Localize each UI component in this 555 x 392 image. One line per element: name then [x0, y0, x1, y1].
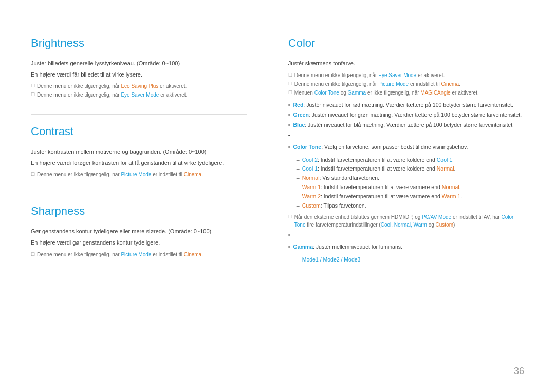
bullet-blue: Blue: Justér niveauet for blå mætning. V…	[288, 121, 524, 129]
brightness-para-2: En højere værdi får billedet til at virk…	[31, 70, 247, 80]
bullet-color-tone: • Color Tone: Vælg en farvetone, som pas…	[288, 131, 524, 211]
cinema-link-1: Cinema	[184, 172, 201, 177]
gamma-modes: Mode1 / Mode2 / Mode3	[297, 255, 361, 264]
color-tone-sub-list: Cool 2: Indstil farvetemperaturen til at…	[297, 156, 462, 211]
sharpness-para-2: En højere værdi gør genstandens kontur t…	[31, 238, 247, 248]
color-intro: Justér skærmens tonfarve.	[288, 59, 524, 68]
brightness-title: Brightness	[31, 36, 247, 50]
warm1-ref: Warm 1	[442, 193, 460, 199]
sharpness-title: Sharpness	[31, 204, 247, 218]
contrast-para-1: Juster kontrasten mellem motiverne og ba…	[31, 147, 247, 157]
color-notes: Denne menu er ikke tilgængelig, når Eye …	[288, 71, 524, 97]
brightness-note-2-text: Denne menu er ikke tilgængelig, når Eye …	[37, 91, 187, 99]
color-note-2: Denne menu er ikke tilgængelig, når Pict…	[288, 80, 524, 88]
warm1-key: Warm 1	[302, 184, 321, 190]
cool1-key: Cool 1	[302, 165, 318, 172]
cool-options: Cool, Normal, Warm	[381, 222, 427, 228]
picture-mode-link-1: Picture Mode	[121, 172, 151, 177]
magic-angle-link: MAGICAngle	[420, 90, 450, 96]
sub-custom: Custom: Tilpas farvetonen.	[297, 201, 462, 210]
bullet-gamma: • Gamma: Justér mellemniveauet for lumin…	[288, 231, 524, 265]
sharpness-para-1: Gør genstandens kontur tydeligere eller …	[31, 227, 247, 236]
color-tone-link: Color Tone	[314, 90, 339, 96]
sub-warm1: Warm 1: Indstil farvetemperaturen til at…	[297, 183, 462, 192]
normal-key: Normal	[302, 175, 320, 181]
sub-cool1: Cool 1: Indstil farvetemperaturen til at…	[297, 164, 462, 173]
gamma-modes-text: Mode1 / Mode2 / Mode3	[302, 255, 361, 264]
pc-av-mode-link: PC/AV Mode	[422, 214, 451, 220]
divider-2	[31, 194, 247, 194]
green-key: Green	[293, 111, 308, 118]
sub-normal: Normal: Vis standardfarvetonen.	[297, 174, 462, 182]
bullet-red: Red: Justér niveauet for rød mætning. Væ…	[288, 101, 524, 109]
brightness-note-2: Denne menu er ikke tilgængelig, når Eye …	[31, 91, 247, 99]
sub-cool2: Cool 2: Indstil farvetemperaturen til at…	[297, 156, 462, 164]
right-column: Color Justér skærmens tonfarve. Denne me…	[268, 26, 524, 371]
brightness-note-1-text: Denne menu er ikke tilgængelig, når Eco …	[37, 82, 187, 90]
eye-saver-link: Eye Saver Mode	[378, 72, 416, 78]
custom-key: Custom	[302, 202, 321, 209]
gamma-link: Gamma	[348, 90, 366, 96]
blue-key: Blue	[293, 122, 305, 128]
picture-mode-link-2: Picture Mode	[121, 252, 151, 257]
brightness-section: Brightness Juster billedets generelle ly…	[31, 36, 247, 99]
brightness-para-1: Juster billedets generelle lysstyrkenive…	[31, 59, 247, 68]
sharpness-note-1-text: Denne menu er ikke tilgængelig, når Pict…	[37, 251, 203, 258]
hdmi-note: Når den eksterne enhed tilsluttes gennem…	[288, 213, 524, 229]
eye-saver-mode-link-1: Eye Saver Mode	[121, 92, 159, 98]
page: Brightness Juster billedets generelle ly…	[0, 0, 555, 392]
warm2-key: Warm 2	[302, 193, 321, 199]
sharpness-note-1: Denne menu er ikke tilgængelig, når Pict…	[31, 251, 247, 258]
cinema-link-2: Cinema	[184, 252, 201, 257]
normal-ref-1: Normal	[437, 165, 454, 172]
contrast-section: Contrast Juster kontrasten mellem motive…	[31, 125, 247, 178]
bullet-green: Green: Justér niveauet for grøn mætning.…	[288, 110, 524, 119]
color-note-3: Menuen Color Tone og Gamma er ikke tilgæ…	[288, 89, 524, 97]
custom-option: Custom	[436, 222, 453, 228]
gamma-sub-list: Mode1 / Mode2 / Mode3	[297, 255, 361, 265]
divider-1	[31, 114, 247, 115]
color-tone-key: Color Tone	[293, 144, 321, 150]
normal-ref-2: Normal	[442, 184, 459, 190]
color-title: Color	[288, 36, 524, 50]
sub-warm2: Warm 2: Indstil farvetemperaturen til at…	[297, 192, 462, 201]
contrast-note-1-text: Denne menu er ikke tilgængelig, når Pict…	[37, 171, 203, 178]
left-column: Brightness Juster billedets generelle ly…	[31, 26, 268, 371]
gamma-bullet-list: • Gamma: Justér mellemniveauet for lumin…	[288, 231, 524, 265]
sharpness-section: Sharpness Gør genstandens kontur tydelig…	[31, 204, 247, 258]
eco-saving-plus-link: Eco Saving Plus	[121, 83, 158, 89]
contrast-title: Contrast	[31, 125, 247, 138]
gamma-key: Gamma	[293, 244, 313, 250]
color-bullet-list: Red: Justér niveauet for rød mætning. Væ…	[288, 101, 524, 212]
red-key: Red	[293, 102, 303, 108]
cinema-link-3: Cinema	[441, 81, 459, 87]
contrast-para-2: En højere værdi forøger kontrasten for a…	[31, 159, 247, 168]
cool2-key: Cool 2	[302, 157, 318, 163]
page-number: 36	[514, 366, 524, 377]
contrast-note-1: Denne menu er ikke tilgængelig, når Pict…	[31, 171, 247, 178]
brightness-note-1: Denne menu er ikke tilgængelig, når Eco …	[31, 82, 247, 90]
picture-mode-link-3: Picture Mode	[378, 81, 409, 87]
cool1-ref: Cool 1	[437, 157, 452, 163]
color-note-1: Denne menu er ikke tilgængelig, når Eye …	[288, 71, 524, 79]
